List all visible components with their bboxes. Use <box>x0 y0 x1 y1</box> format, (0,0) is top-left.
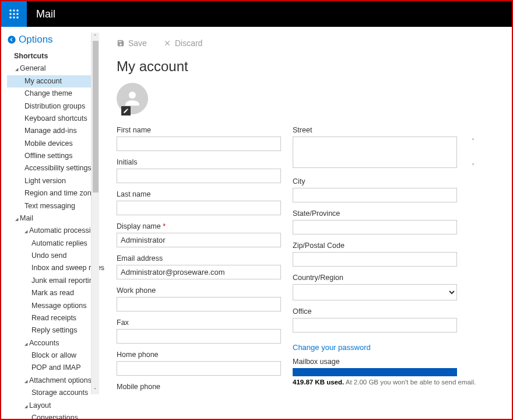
back-arrow-icon <box>7 35 16 44</box>
nav-mail[interactable]: Mail <box>7 212 99 225</box>
first-name-input[interactable] <box>117 136 281 151</box>
home-phone-label: Home phone <box>117 351 281 359</box>
display-name-label: Display name * <box>117 222 281 230</box>
nav-reply-settings[interactable]: Reply settings <box>7 324 99 337</box>
email-label: Email address <box>117 254 281 262</box>
state-input[interactable] <box>293 220 457 235</box>
svg-rect-4 <box>13 13 15 15</box>
nav-change-theme[interactable]: Change theme <box>7 88 99 100</box>
zip-input[interactable] <box>293 252 457 267</box>
discard-button[interactable]: Discard <box>163 38 202 48</box>
home-phone-input[interactable] <box>117 361 281 376</box>
discard-icon <box>163 39 171 47</box>
city-label: City <box>293 177 476 186</box>
nav-storage-accounts[interactable]: Storage accounts <box>7 387 99 399</box>
mobile-phone-label: Mobile phone <box>117 383 281 391</box>
mailbox-usage-text: 419.87 KB used. At 2.00 GB you won't be … <box>293 379 476 386</box>
svg-rect-0 <box>10 10 12 12</box>
nav-offline-settings[interactable]: Offline settings <box>7 150 99 162</box>
work-phone-label: Work phone <box>117 286 281 295</box>
nav-automatic-replies[interactable]: Automatic replies <box>7 237 99 250</box>
textarea-scroll-icons: ˄˅ <box>472 138 475 169</box>
scroll-thumb[interactable] <box>93 41 99 192</box>
nav-undo-send[interactable]: Undo send <box>7 250 99 262</box>
office-label: Office <box>293 307 476 316</box>
main-panel: Save Discard My account First name Initi… <box>99 27 512 419</box>
nav-light-version[interactable]: Light version <box>7 175 99 187</box>
svg-rect-1 <box>13 10 15 12</box>
country-select[interactable] <box>293 284 457 300</box>
pencil-icon <box>123 108 129 114</box>
email-input[interactable] <box>117 265 281 279</box>
nav-text-messaging[interactable]: Text messaging <box>7 200 99 212</box>
nav-region-timezone[interactable]: Region and time zone <box>7 187 99 200</box>
nav-block-allow[interactable]: Block or allow <box>7 349 99 362</box>
fax-label: Fax <box>117 318 281 327</box>
nav-general[interactable]: General <box>7 62 99 75</box>
office-input[interactable] <box>293 318 457 332</box>
svg-point-9 <box>129 92 136 99</box>
svg-rect-2 <box>17 10 19 12</box>
nav-mobile-devices[interactable]: Mobile devices <box>7 138 99 150</box>
page-title: My account <box>117 58 498 75</box>
nav-pop-imap[interactable]: POP and IMAP <box>7 362 99 374</box>
avatar[interactable] <box>117 83 148 114</box>
first-name-label: First name <box>117 126 281 134</box>
app-title: Mail <box>36 8 55 20</box>
save-icon <box>117 39 125 47</box>
svg-rect-7 <box>13 17 15 19</box>
save-button[interactable]: Save <box>117 38 147 48</box>
nav-manage-addins[interactable]: Manage add-ins <box>7 125 99 137</box>
last-name-input[interactable] <box>117 201 281 215</box>
svg-rect-8 <box>17 17 19 19</box>
options-back-button[interactable]: Options <box>7 34 99 46</box>
display-name-input[interactable] <box>117 233 281 247</box>
street-input[interactable] <box>293 136 457 168</box>
nav-keyboard-shortcuts[interactable]: Keyboard shortcuts <box>7 113 99 125</box>
street-label: Street <box>293 126 476 134</box>
edit-avatar-button[interactable] <box>121 106 131 116</box>
discard-label: Discard <box>175 38 202 48</box>
nav-mark-as-read[interactable]: Mark as read <box>7 287 99 299</box>
initials-label: Initials <box>117 158 281 166</box>
country-label: Country/Region <box>293 274 476 282</box>
nav-attachment-options[interactable]: Attachment options <box>7 374 99 387</box>
state-label: State/Province <box>293 209 476 218</box>
sidebar: Options Shortcuts General My account Cha… <box>1 27 99 419</box>
nav-distribution-groups[interactable]: Distribution groups <box>7 100 99 113</box>
city-input[interactable] <box>293 188 457 202</box>
top-bar: Mail <box>1 1 512 27</box>
nav-layout[interactable]: Layout <box>7 400 99 412</box>
nav-message-options[interactable]: Message options <box>7 300 99 312</box>
scroll-up-icon[interactable]: ˄ <box>92 33 99 41</box>
mailbox-usage-bar <box>293 368 457 376</box>
app-launcher-button[interactable] <box>1 1 27 27</box>
nav-my-account[interactable]: My account <box>7 75 99 88</box>
last-name-label: Last name <box>117 190 281 198</box>
work-phone-input[interactable] <box>117 297 281 312</box>
save-label: Save <box>128 38 147 48</box>
nav-shortcuts[interactable]: Shortcuts <box>7 50 99 62</box>
nav-read-receipts[interactable]: Read receipts <box>7 312 99 324</box>
toolbar: Save Discard <box>117 38 498 48</box>
nav-junk-email[interactable]: Junk email reporting <box>7 275 99 287</box>
zip-label: Zip/Postal Code <box>293 242 476 250</box>
change-password-link[interactable]: Change your password <box>293 343 476 352</box>
nav-accounts[interactable]: Accounts <box>7 337 99 349</box>
fax-input[interactable] <box>117 329 281 344</box>
options-heading: Options <box>19 34 53 46</box>
svg-rect-3 <box>10 13 12 15</box>
nav-accessibility[interactable]: Accessibility settings <box>7 162 99 174</box>
svg-rect-6 <box>10 17 12 19</box>
scroll-down-icon[interactable]: ˅ <box>92 386 99 394</box>
initials-input[interactable] <box>117 169 281 183</box>
mailbox-usage-label: Mailbox usage <box>293 358 476 366</box>
sidebar-scrollbar[interactable]: ˄ ˅ <box>91 33 99 394</box>
nav-inbox-sweep[interactable]: Inbox and sweep rules <box>7 262 99 274</box>
svg-rect-5 <box>17 13 19 15</box>
nav-automatic-processing[interactable]: Automatic processing <box>7 225 99 237</box>
waffle-icon <box>9 9 19 19</box>
nav-conversations[interactable]: Conversations <box>7 412 99 420</box>
